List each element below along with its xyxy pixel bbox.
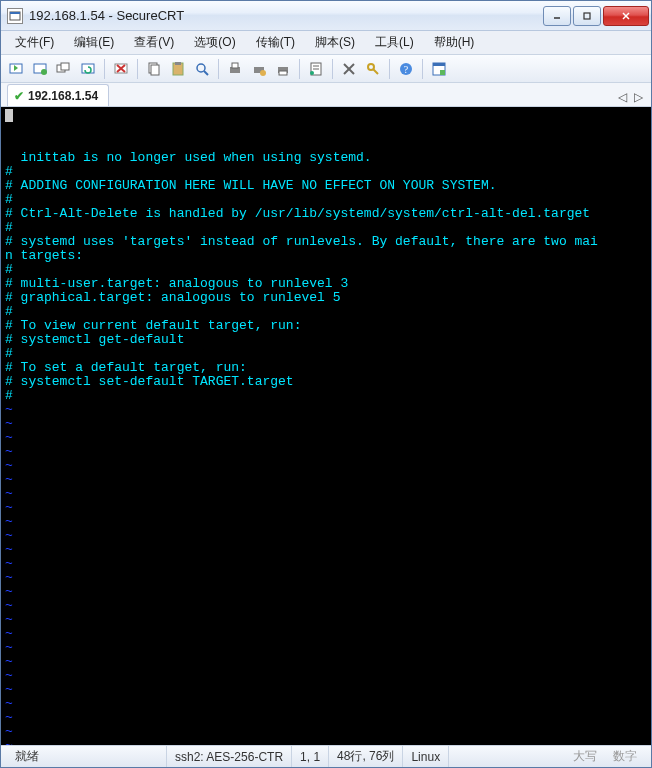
- svg-point-8: [41, 69, 47, 75]
- status-num: 数字: [605, 746, 645, 767]
- toolbar-printscreen-icon[interactable]: [272, 58, 294, 80]
- close-button[interactable]: [603, 6, 649, 26]
- status-ready: 就绪: [7, 746, 167, 767]
- svg-point-24: [260, 70, 266, 76]
- toolbar-properties-icon[interactable]: [305, 58, 327, 80]
- window-title: 192.168.1.54 - SecureCRT: [29, 8, 541, 23]
- svg-rect-16: [151, 65, 159, 75]
- menu-file[interactable]: 文件(F): [7, 32, 62, 53]
- svg-rect-39: [440, 70, 445, 75]
- svg-rect-38: [433, 63, 445, 66]
- toolbar-key-icon[interactable]: [362, 58, 384, 80]
- toolbar-disconnect-icon[interactable]: [110, 58, 132, 80]
- toolbar: ?: [1, 55, 651, 83]
- svg-text:?: ?: [404, 64, 409, 75]
- toolbar-find-icon[interactable]: [191, 58, 213, 80]
- svg-rect-10: [61, 63, 69, 70]
- toolbar-quick-connect-icon[interactable]: [5, 58, 27, 80]
- titlebar: 192.168.1.54 - SecureCRT: [1, 1, 651, 31]
- svg-rect-3: [584, 13, 590, 19]
- terminal-cursor: [5, 109, 13, 122]
- svg-rect-11: [82, 64, 94, 73]
- menu-options[interactable]: 选项(O): [186, 32, 243, 53]
- app-window: 192.168.1.54 - SecureCRT 文件(F) 编辑(E) 查看(…: [0, 0, 652, 768]
- session-tab[interactable]: ✔ 192.168.1.54: [7, 84, 109, 106]
- svg-rect-26: [279, 71, 287, 75]
- toolbar-help-icon[interactable]: ?: [395, 58, 417, 80]
- svg-rect-18: [175, 62, 181, 65]
- tab-scroll-right-icon[interactable]: ▷: [631, 88, 645, 106]
- status-size: 48行, 76列: [329, 746, 403, 767]
- toolbar-view-icon[interactable]: [428, 58, 450, 80]
- status-cursor: 1, 1: [292, 746, 329, 767]
- menu-view[interactable]: 查看(V): [126, 32, 182, 53]
- menu-transfer[interactable]: 传输(T): [248, 32, 303, 53]
- status-caps: 大写: [565, 746, 605, 767]
- tab-connected-icon: ✔: [14, 89, 24, 103]
- toolbar-connect-icon[interactable]: [29, 58, 51, 80]
- svg-rect-1: [10, 12, 20, 14]
- toolbar-print-icon[interactable]: [224, 58, 246, 80]
- menubar: 文件(F) 编辑(E) 查看(V) 选项(O) 传输(T) 脚本(S) 工具(L…: [1, 31, 651, 55]
- tabstrip: ✔ 192.168.1.54 ◁ ▷: [1, 83, 651, 107]
- toolbar-tools-icon[interactable]: [338, 58, 360, 80]
- status-cipher: ssh2: AES-256-CTR: [167, 746, 292, 767]
- maximize-button[interactable]: [573, 6, 601, 26]
- statusbar: 就绪 ssh2: AES-256-CTR 1, 1 48行, 76列 Linux…: [1, 745, 651, 767]
- menu-edit[interactable]: 编辑(E): [66, 32, 122, 53]
- toolbar-copy-icon[interactable]: [143, 58, 165, 80]
- svg-rect-22: [232, 63, 238, 68]
- svg-line-34: [373, 69, 378, 74]
- terminal[interactable]: inittab is no longer used when using sys…: [1, 107, 651, 745]
- toolbar-reconnect-icon[interactable]: [77, 58, 99, 80]
- tab-label: 192.168.1.54: [28, 89, 98, 103]
- svg-point-19: [197, 64, 205, 72]
- status-os: Linux: [403, 746, 449, 767]
- svg-point-30: [310, 71, 314, 75]
- menu-script[interactable]: 脚本(S): [307, 32, 363, 53]
- menu-help[interactable]: 帮助(H): [426, 32, 483, 53]
- minimize-button[interactable]: [543, 6, 571, 26]
- app-icon: [7, 8, 23, 24]
- menu-tools[interactable]: 工具(L): [367, 32, 422, 53]
- toolbar-paste-icon[interactable]: [167, 58, 189, 80]
- svg-line-20: [204, 71, 208, 75]
- tab-scroll-left-icon[interactable]: ◁: [615, 88, 629, 106]
- toolbar-session-icon[interactable]: [53, 58, 75, 80]
- toolbar-printsetup-icon[interactable]: [248, 58, 270, 80]
